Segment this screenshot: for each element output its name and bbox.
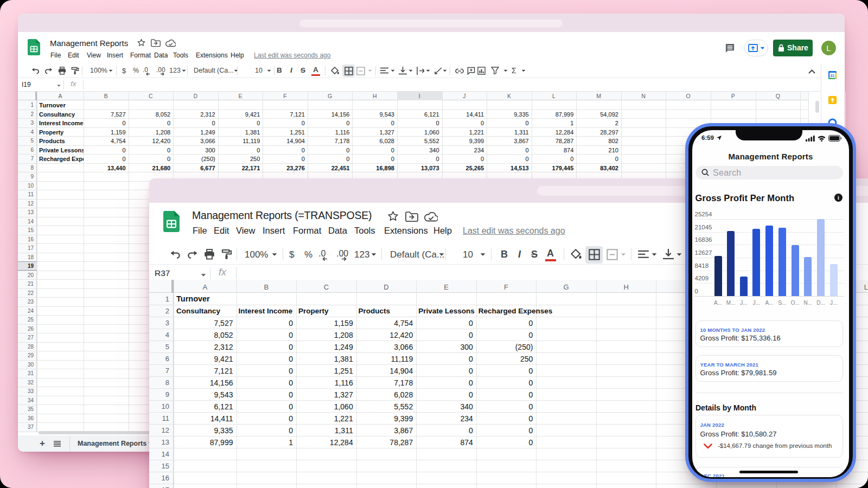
svg-text:31: 31	[831, 74, 835, 78]
